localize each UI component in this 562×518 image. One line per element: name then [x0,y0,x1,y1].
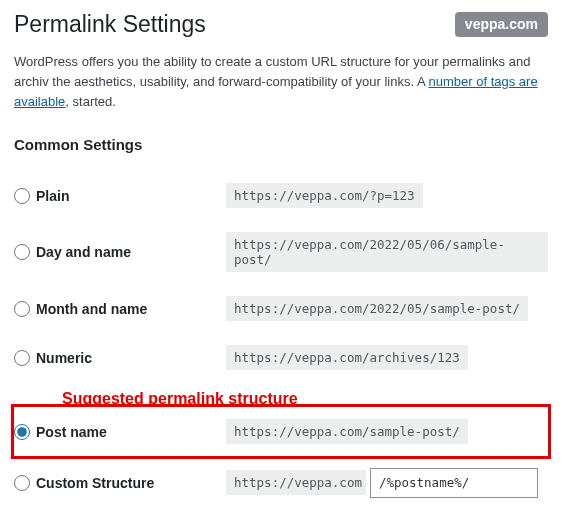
custom-prefix: https://veppa.com [226,470,366,495]
option-row-custom: Custom Structure https://veppa.com [14,456,548,510]
example-monthname: https://veppa.com/2022/05/sample-post/ [226,296,528,321]
label-postname[interactable]: Post name [36,424,226,440]
radio-postname[interactable] [14,424,30,440]
label-custom[interactable]: Custom Structure [36,475,226,491]
example-dayname: https://veppa.com/2022/05/06/sample-post… [226,232,548,272]
radio-numeric[interactable] [14,350,30,366]
radio-plain[interactable] [14,188,30,204]
label-numeric[interactable]: Numeric [36,350,226,366]
option-row-plain: Plain https://veppa.com/?p=123 [14,171,548,220]
option-row-dayname: Day and name https://veppa.com/2022/05/0… [14,220,548,284]
option-row-postname: Post name https://veppa.com/sample-post/ [14,407,548,456]
radio-dayname[interactable] [14,244,30,260]
radio-custom[interactable] [14,475,30,491]
label-monthname[interactable]: Month and name [36,301,226,317]
custom-structure-input[interactable] [370,468,538,498]
example-postname: https://veppa.com/sample-post/ [226,419,468,444]
example-plain: https://veppa.com/?p=123 [226,183,423,208]
highlight-postname: Post name https://veppa.com/sample-post/ [11,404,551,459]
option-row-numeric: Numeric https://veppa.com/archives/123 [14,333,548,382]
option-row-monthname: Month and name https://veppa.com/2022/05… [14,284,548,333]
radio-monthname[interactable] [14,301,30,317]
example-numeric: https://veppa.com/archives/123 [226,345,468,370]
site-badge: veppa.com [455,12,548,37]
intro-text: WordPress offers you the ability to crea… [14,52,548,112]
label-dayname[interactable]: Day and name [36,244,226,260]
common-settings-heading: Common Settings [14,136,548,153]
label-plain[interactable]: Plain [36,188,226,204]
intro-after: , started. [65,94,116,109]
